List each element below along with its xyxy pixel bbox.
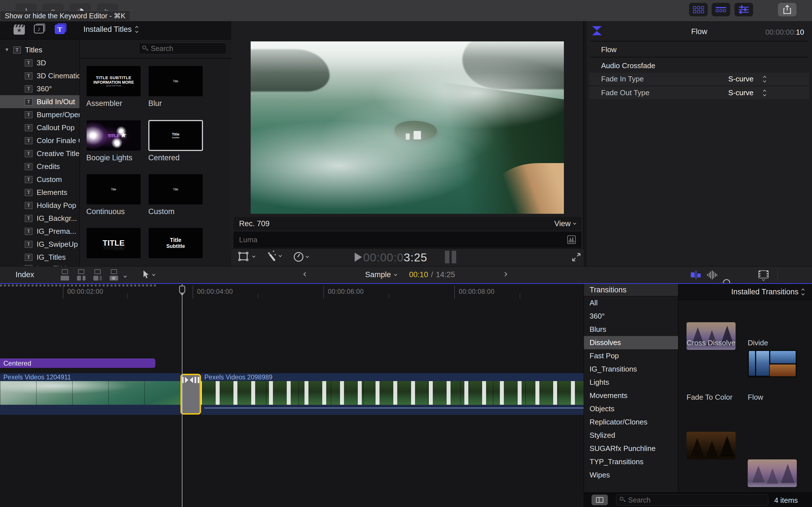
sidebar-item[interactable]: TIG_SwipeUp (0, 238, 80, 251)
title-thumb-boogie-lights[interactable]: ★ ★ TITLE (86, 120, 141, 151)
title-thumb-centered-selected[interactable]: Title Subtitle (148, 120, 203, 151)
playhead-line[interactable] (182, 284, 183, 507)
category-item[interactable]: SUGARfx Punchline (584, 442, 678, 455)
category-item[interactable]: Stylized (584, 429, 678, 442)
disclosure-triangle-icon[interactable]: ▼ (4, 47, 9, 53)
show-browser-button[interactable] (689, 3, 708, 16)
sidebar-item[interactable]: TIG_Prema... (0, 225, 80, 238)
category-item[interactable]: Replicator/Clones (584, 415, 678, 429)
tool-menu[interactable] (142, 270, 155, 279)
sidebar-item-label: IG_Titles (37, 253, 66, 262)
timeline-title-clip[interactable]: Centered (0, 358, 155, 368)
updown-chevron-icon[interactable] (763, 76, 766, 82)
transitions-filter-dropdown[interactable]: Installed Transitions (678, 284, 812, 300)
sidebar-item-label: IG_SwipeUp (37, 240, 78, 249)
append-edit-button[interactable] (93, 269, 105, 281)
tab-titles-generators[interactable]: T (55, 24, 66, 36)
sidebar-item[interactable]: T3D (0, 56, 80, 69)
sidebar-item[interactable]: TLenoFX In (0, 262, 80, 266)
retime-dropdown[interactable] (294, 252, 308, 262)
ruler-tick (520, 293, 520, 298)
sidebar-item-label: LenoFX In (37, 264, 70, 267)
edit-tools-chevron-icon[interactable] (123, 274, 126, 277)
tab-photos-audio[interactable]: ♪ (34, 24, 46, 36)
titles-filter-dropdown[interactable]: Installed Titles (84, 25, 138, 34)
sidebar-item[interactable]: TElements (0, 186, 80, 199)
transition-thumb-divide[interactable] (748, 350, 797, 378)
sidebar-root-titles[interactable]: ▼ T Titles (0, 43, 80, 56)
play-button[interactable] (355, 252, 362, 262)
share-button[interactable] (778, 3, 797, 16)
sidebar-toggle-button[interactable] (592, 495, 608, 505)
fullscreen-icon[interactable] (572, 252, 581, 262)
transition-thumb-flow[interactable] (748, 459, 797, 487)
connect-edit-button[interactable] (61, 269, 72, 281)
category-item[interactable]: 360° (584, 309, 678, 323)
row-value-dropdown[interactable]: S-curve (728, 75, 754, 83)
title-thumb-continuous[interactable]: Title (86, 174, 141, 205)
category-item[interactable]: All (584, 296, 678, 309)
sidebar-item[interactable]: TCustom (0, 173, 80, 186)
timeline-clip-2[interactable]: Pexels Videos 2098989 (201, 373, 583, 415)
transitions-category-list: Transitions All 360° Blurs Dissolves Fas… (583, 284, 678, 492)
category-item[interactable]: TYP_Transitions (584, 455, 678, 468)
category-item[interactable]: Wipes (584, 468, 678, 482)
sidebar-item[interactable]: TCredits (0, 160, 80, 173)
skimming-toggle[interactable] (691, 271, 702, 279)
show-inspector-button[interactable] (734, 3, 753, 16)
title-thumb-custom[interactable]: Title (148, 174, 203, 205)
titles-search-input[interactable]: Search (139, 43, 226, 54)
previous-item-chevron-icon[interactable] (303, 272, 308, 277)
category-item[interactable]: Fast Pop (584, 349, 678, 362)
ruler-tick (323, 286, 324, 298)
clip-appearance-button[interactable] (758, 270, 769, 281)
overwrite-edit-button[interactable] (110, 269, 121, 281)
histogram-icon[interactable] (567, 235, 576, 244)
sidebar-item[interactable]: TCallout Pop (0, 121, 80, 134)
timeline-transition-selected[interactable] (181, 374, 201, 414)
next-item-chevron-icon[interactable] (503, 272, 507, 277)
sidebar-item-label: Build In/Out (37, 98, 75, 106)
insert-edit-button[interactable] (77, 269, 88, 281)
title-thumb-blur[interactable]: Title (148, 66, 203, 97)
index-button[interactable]: Index (15, 270, 34, 279)
title-set-icon: T (25, 189, 33, 196)
sidebar-item[interactable]: T3D Cinematic (0, 69, 80, 82)
category-item[interactable]: Blurs (584, 323, 678, 336)
playhead-handle[interactable] (179, 286, 185, 293)
transitions-search-input[interactable]: Search (616, 494, 768, 506)
category-item[interactable]: Objects (584, 402, 678, 415)
timeline-project-dropdown[interactable]: Sample (365, 270, 397, 279)
row-value-dropdown[interactable]: S-curve (728, 89, 754, 97)
title-thumb-assembler[interactable]: TITLE SUBTITLE INFORMATION MORE DESCRIPT… (86, 66, 141, 97)
tab-media[interactable] (13, 24, 26, 36)
category-item[interactable]: IG_Transitions (584, 362, 678, 376)
title-set-icon: T (25, 59, 33, 66)
scope-view-dropdown[interactable]: View (554, 219, 576, 228)
sidebar-item[interactable]: TIG_Backgr... (0, 212, 80, 225)
category-item[interactable]: Movements (584, 389, 678, 402)
chevron-down-icon (573, 221, 576, 224)
timecode-dim: 00:00:0 (363, 251, 404, 264)
category-item-selected[interactable]: Dissolves (584, 336, 678, 349)
timeline[interactable]: 00:00:02:00 00:00:04:00 00:00:06:00 00:0… (0, 284, 583, 507)
sidebar-item[interactable]: THoliday Pop (0, 199, 80, 212)
search-placeholder: Search (628, 496, 651, 504)
audio-skimming-toggle[interactable] (707, 270, 717, 280)
panel-icon (596, 497, 603, 503)
sidebar-item-selected[interactable]: TBuild In/Out (0, 95, 80, 108)
category-item[interactable]: Lights (584, 376, 678, 389)
title-thumb[interactable]: TITLE (86, 228, 141, 259)
sidebar-item[interactable]: TCreative Titles (0, 147, 80, 160)
show-timeline-button[interactable] (712, 3, 730, 16)
transition-thumb-fade-to-color[interactable] (687, 432, 735, 459)
sidebar-item[interactable]: TColor Finale G (0, 134, 80, 147)
timeline-clip-1[interactable]: Pexels Videos 1204911 (0, 373, 181, 415)
sidebar-item[interactable]: T360° (0, 82, 80, 95)
sidebar-item[interactable]: TBumper/Open (0, 108, 80, 121)
project-name: Sample (365, 270, 391, 279)
title-thumb[interactable]: Title Subtitle (148, 228, 203, 259)
crop-tool-dropdown[interactable] (239, 252, 255, 260)
effects-tool-dropdown[interactable]: ★ ★ ★ (267, 251, 282, 261)
updown-chevron-icon[interactable] (763, 90, 766, 96)
